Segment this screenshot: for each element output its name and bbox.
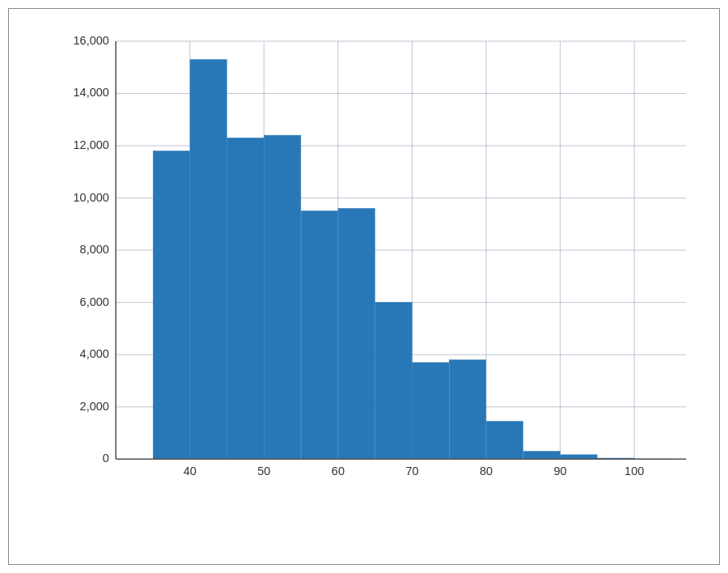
svg-rect-33 — [153, 151, 189, 459]
svg-text:80: 80 — [480, 465, 493, 478]
svg-rect-40 — [413, 363, 449, 459]
svg-text:70: 70 — [405, 465, 418, 478]
svg-text:2,000: 2,000 — [80, 400, 109, 413]
svg-text:8,000: 8,000 — [80, 243, 109, 256]
histogram-svg: 02,0004,0006,0008,00010,00012,00014,0001… — [66, 33, 703, 499]
svg-rect-41 — [450, 360, 486, 460]
svg-text:10,000: 10,000 — [74, 191, 109, 204]
svg-rect-39 — [375, 303, 412, 460]
svg-rect-37 — [301, 211, 337, 460]
svg-text:12,000: 12,000 — [74, 138, 109, 151]
svg-text:6,000: 6,000 — [80, 295, 109, 308]
svg-rect-44 — [561, 455, 597, 459]
chart-area: 02,0004,0006,0008,00010,00012,00014,0001… — [66, 33, 703, 499]
svg-text:0: 0 — [103, 452, 109, 465]
svg-rect-38 — [338, 208, 375, 459]
svg-text:4,000: 4,000 — [80, 347, 109, 360]
svg-text:60: 60 — [332, 465, 345, 478]
chart-container: 02,0004,0006,0008,00010,00012,00014,0001… — [8, 8, 720, 565]
svg-rect-35 — [227, 138, 264, 459]
svg-text:14,000: 14,000 — [74, 87, 109, 100]
svg-rect-43 — [523, 452, 560, 460]
svg-text:40: 40 — [184, 465, 197, 478]
svg-text:16,000: 16,000 — [74, 34, 109, 47]
svg-text:90: 90 — [554, 465, 567, 478]
svg-text:50: 50 — [257, 465, 270, 478]
svg-rect-34 — [190, 60, 226, 460]
svg-rect-36 — [265, 135, 301, 459]
svg-text:100: 100 — [624, 465, 644, 478]
svg-rect-42 — [486, 422, 523, 460]
